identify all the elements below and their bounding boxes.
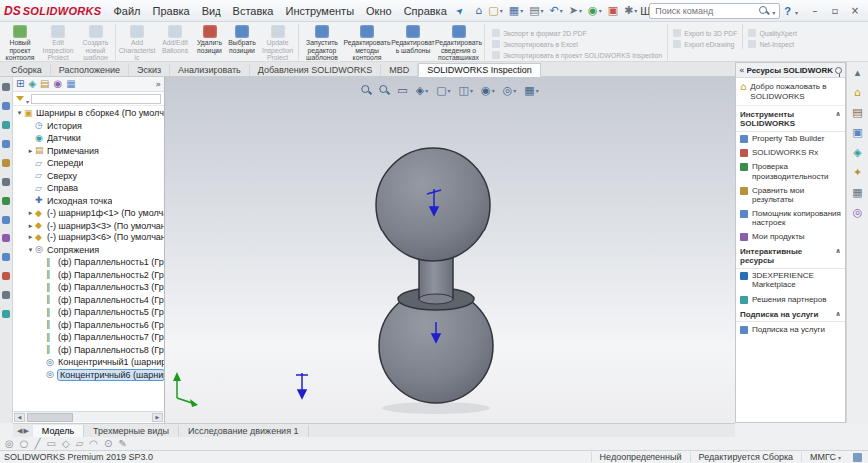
task-pane-tab-icon[interactable]: ▦ (852, 187, 862, 198)
menu-item[interactable]: Файл (107, 3, 146, 19)
tree-item[interactable]: ▱ Справа (13, 182, 164, 195)
ribbon-button[interactable]: Выбрать позиции (225, 24, 259, 60)
status-item[interactable]: Недоопределенный (591, 452, 690, 462)
tree-item[interactable]: ◎ Концентричный1 (шарнир (13, 356, 164, 369)
ribbon-tab[interactable]: Добавления SOLIDWORKS (250, 64, 381, 76)
chevron-up-icon[interactable]: ∧ (835, 247, 841, 255)
ribbon-button[interactable]: Редактировать сведения о поставщиках (435, 24, 485, 60)
menu-item[interactable]: Окно (360, 3, 398, 19)
task-pane-link[interactable]: Мои продукты (736, 230, 845, 243)
sketch-tool-icon[interactable]: ▭ (47, 439, 56, 449)
tree-item[interactable]: ∥ (ф) Параллельность1 (Гран (13, 256, 164, 269)
scroll-left-icon[interactable]: ◀ (14, 413, 25, 422)
tree-item[interactable]: ∥ (ф) Параллельность5 (Гран (13, 306, 164, 319)
left-toolbar-icon[interactable] (2, 272, 10, 280)
ribbon-tab[interactable]: MBD (381, 64, 418, 76)
expand-arrow-icon[interactable]: ▾ (26, 246, 35, 254)
ribbon-button[interactable]: Редактировать шаблоны (391, 24, 435, 60)
tree-item[interactable]: ▾ ◎ Сопряжения (13, 244, 164, 257)
task-pane-link[interactable]: Решения партнеров (736, 292, 845, 306)
task-pane-link[interactable]: Проверка производительности (736, 160, 845, 183)
section-header[interactable]: Инструменты SOLIDWORKS ∧ (736, 106, 845, 131)
ribbon-small-button[interactable]: QualityXpert (748, 28, 796, 38)
toolbar-icon[interactable]: ➤ (566, 2, 585, 20)
ribbon-small-button[interactable]: Экспортировать в Excel (492, 39, 662, 49)
left-toolbar-icon[interactable] (2, 140, 10, 148)
toolbar-icon[interactable]: ⌂ (472, 2, 485, 20)
scroll-left-icon[interactable]: ◀ (17, 427, 22, 435)
sketch-tool-icon[interactable]: ╱ (34, 439, 40, 449)
ribbon-tab[interactable]: Сборка (3, 64, 51, 76)
chevron-up-icon[interactable]: ∧ (835, 110, 841, 118)
scroll-right-icon[interactable]: ▶ (23, 427, 28, 435)
view-tab[interactable]: Модель (33, 425, 84, 437)
expand-arrow-icon[interactable]: ▸ (26, 233, 35, 241)
tree-item[interactable]: ∥ (ф) Параллельность6 (Гран (13, 319, 164, 332)
search-icon[interactable] (759, 6, 769, 16)
tree-item[interactable]: ∥ (ф) Параллельность4 (Гран (13, 294, 164, 307)
section-header[interactable]: Подписка на услуги ∧ (736, 306, 845, 322)
search-box[interactable] (649, 3, 780, 19)
ribbon-button[interactable]: Новый проект контроля (2, 24, 38, 60)
task-pane-link[interactable]: Property Tab Builder (736, 132, 845, 146)
pin-icon[interactable] (835, 67, 842, 74)
chevron-up-icon[interactable]: ∧ (835, 310, 841, 318)
left-toolbar-icon[interactable] (2, 197, 10, 205)
left-toolbar-icon[interactable] (2, 83, 10, 91)
ribbon-button[interactable]: Add/Edit Balloons (156, 24, 194, 60)
manager-tab-icon[interactable]: ▤ (40, 79, 49, 89)
tree-horizontal-scrollbar[interactable]: ◀ ▶ (14, 411, 163, 422)
menu-item[interactable]: Вид (196, 3, 227, 19)
ribbon-button[interactable]: Update Inspection Project (259, 24, 299, 60)
chevron-right-icon[interactable]: » (155, 79, 161, 89)
help-button[interactable]: ? (780, 5, 795, 17)
task-pane-tab-icon[interactable]: ▤ (852, 107, 862, 118)
close-button[interactable]: × (846, 3, 864, 18)
sketch-tool-icon[interactable]: ○ (20, 439, 29, 449)
toolbar-icon[interactable]: ↶ (547, 2, 566, 20)
ribbon-tab[interactable]: Эскиз (129, 64, 170, 76)
tree-filter-input[interactable] (31, 94, 161, 104)
ribbon-button[interactable]: Edit Inspection Project (38, 24, 78, 60)
tree-item[interactable]: ▱ Спереди (13, 157, 164, 170)
ribbon-small-button[interactable]: Net-Inspect (748, 39, 796, 49)
ribbon-button[interactable]: Удалить позиции (194, 24, 225, 60)
ball-joint-model[interactable] (165, 77, 735, 423)
viewport-3d[interactable]: ▭◈▢◫◉◎▦ (165, 77, 735, 423)
task-pane-link[interactable]: Помощник копирования настроек (736, 207, 845, 230)
ribbon-tab[interactable]: Анализировать (170, 64, 250, 76)
filter-icon[interactable] (16, 96, 24, 105)
section-header[interactable]: Интерактивные ресурсы ∧ (736, 243, 845, 268)
toolbar-icon[interactable]: ✱ (621, 2, 640, 20)
ribbon-tab[interactable]: Расположение (51, 64, 129, 76)
view-tab[interactable]: Трехмерные виды (84, 425, 179, 437)
status-badge-icon[interactable] (853, 453, 862, 462)
tree-item[interactable]: ▸ ◆ (-) шарнир3<3> (По умолчани (13, 220, 164, 232)
tree-item[interactable]: ▸ ◆ (-) шарнир1ф<1> (По умолчани (13, 207, 164, 220)
tree-item[interactable]: ∥ (ф) Параллельность7 (Гран (13, 331, 164, 344)
toolbar-icon[interactable]: ◉ (585, 2, 605, 20)
help-chevron-icon[interactable] (795, 5, 798, 17)
scroll-right-icon[interactable]: ▶ (152, 413, 163, 422)
chevron-down-icon[interactable] (772, 5, 775, 17)
tree-item[interactable]: ▸ ▤ Примечания (13, 145, 164, 158)
task-pane-link[interactable]: Подписка на услуги (736, 322, 845, 336)
collapse-chevrons-icon[interactable]: « (739, 65, 745, 75)
task-pane-tab-icon[interactable]: ⌂ (854, 87, 861, 98)
status-item[interactable]: ММГС (801, 452, 849, 462)
pin-icon[interactable]: ➤ (453, 4, 465, 16)
sketch-tool-icon[interactable]: ▱ (76, 439, 84, 449)
toolbar-icon[interactable]: ▦ (506, 2, 526, 20)
tree-item[interactable]: ◷ История (13, 120, 164, 133)
left-toolbar-icon[interactable] (2, 234, 10, 242)
task-pane-link[interactable]: 3DEXPERIENCE Marketplace (736, 269, 845, 292)
ribbon-small-button[interactable]: Экспорт в формат 2D PDF (492, 28, 662, 38)
tree-item[interactable]: ∥ (ф) Параллельность3 (Гран (13, 281, 164, 294)
left-toolbar-icon[interactable] (2, 310, 10, 318)
toolbar-icon[interactable]: ▤ (526, 2, 546, 20)
filter-chevron-icon[interactable] (26, 90, 29, 108)
minimize-button[interactable]: – (806, 3, 824, 18)
tree-item[interactable]: ∥ (ф) Параллельность2 (Гран (13, 269, 164, 282)
tree-item[interactable]: ◉ Датчики (13, 132, 164, 145)
tree-item[interactable]: ✚ Исходная точка (13, 195, 164, 208)
